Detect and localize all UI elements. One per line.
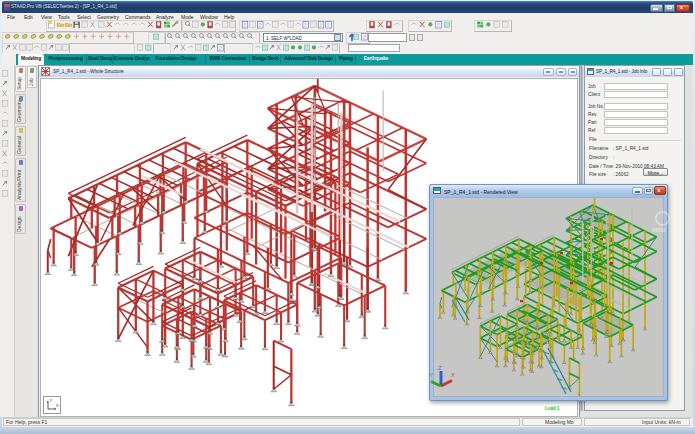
svg-text:Y: Y xyxy=(429,372,433,378)
svg-text:Y: Y xyxy=(50,398,53,403)
svg-text:X: X xyxy=(56,403,59,408)
svg-text:Z: Z xyxy=(438,365,442,371)
svg-text:X: X xyxy=(451,372,455,378)
